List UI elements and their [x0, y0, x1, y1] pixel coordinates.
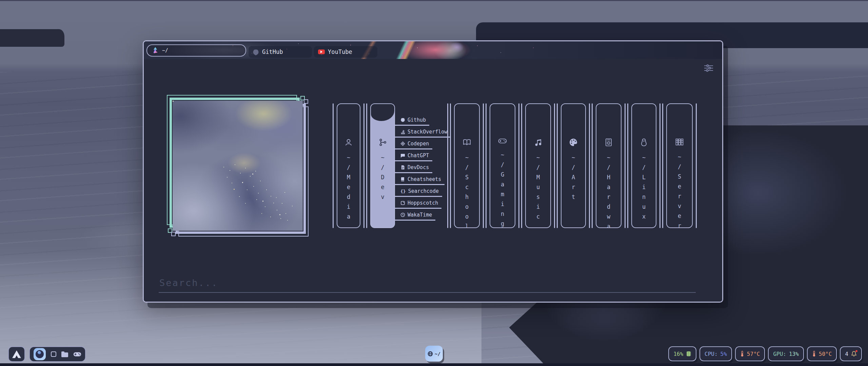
dock-item-window[interactable]	[51, 351, 56, 357]
screen-bottom-edge	[0, 363, 868, 366]
shelf-divider	[483, 103, 487, 228]
search-input[interactable]	[159, 278, 696, 293]
book-servers[interactable]: ~/Servers	[666, 103, 693, 228]
shelf-divider	[554, 103, 558, 228]
book-label: ~/Art	[570, 154, 577, 203]
link-codepen[interactable]: Codepen	[395, 141, 432, 149]
link-devdocs[interactable]: DevDocs	[395, 164, 432, 173]
memory-value: 16%	[673, 351, 683, 357]
tab-active-home[interactable]: ~/	[146, 44, 246, 57]
link-cheatsheets[interactable]: Cheatsheets	[395, 176, 445, 185]
screen-top-edge	[0, 0, 868, 1]
gpu-widget[interactable]: GPU: 13%	[768, 346, 804, 361]
book-music[interactable]: ~/Music	[525, 103, 551, 228]
link-label: Github	[408, 117, 426, 123]
gamepad-icon	[498, 138, 507, 145]
codepen-icon	[400, 141, 405, 146]
link-label: Cheatsheets	[408, 176, 441, 182]
launcher-button[interactable]	[8, 346, 25, 362]
dock-item-games[interactable]	[73, 352, 81, 357]
youtube-tab-label: YouTube	[328, 48, 352, 55]
book-label: ~/Hardware	[605, 154, 612, 228]
bell-icon	[851, 351, 857, 357]
gpu-temp-value: 50°C	[819, 351, 832, 357]
cloud-painting	[173, 101, 303, 231]
link-label: WakaTime	[408, 212, 432, 218]
dock	[29, 346, 86, 362]
dock-item-files[interactable]	[61, 352, 68, 357]
notifications-widget[interactable]: 4	[840, 346, 862, 361]
git-branch-icon	[378, 138, 387, 148]
music-note-icon	[534, 138, 542, 148]
featured-artwork	[173, 101, 303, 231]
box-icon	[400, 201, 405, 205]
link-searchcode[interactable]: {} Searchcode	[395, 188, 442, 197]
settings-sliders-icon[interactable]	[704, 64, 713, 73]
book-linux[interactable]: ~/Linux	[631, 103, 656, 228]
notification-dot	[855, 350, 857, 352]
book-art[interactable]: ~/Art	[561, 103, 586, 228]
shelf-divider	[625, 103, 628, 228]
media-person-icon	[344, 138, 353, 148]
cpu-widget[interactable]: CPU: 5%	[699, 346, 732, 361]
youtube-icon	[318, 49, 325, 54]
palette-icon	[569, 138, 578, 148]
thermometer-icon	[740, 351, 744, 357]
book-label: ~/School	[463, 154, 470, 228]
gamepad-icon	[73, 352, 81, 357]
book-label: ~/Music	[535, 154, 541, 223]
book-hardware[interactable]: ~/Hardware	[596, 103, 622, 228]
link-stackoverflow[interactable]: StackOverflow	[395, 129, 451, 138]
browser-window: ~/ GitHub YouTube	[143, 40, 723, 303]
server-racks-icon	[675, 138, 684, 147]
star-dots-large	[173, 101, 174, 102]
link-chatgpt[interactable]: ChatGPT	[395, 152, 432, 161]
book-label: ~/Gaming	[499, 151, 506, 228]
dev-links: Github StackOverflow	[395, 103, 444, 228]
tab-github[interactable]: GitHub	[249, 46, 312, 58]
active-app-label: ~/	[435, 351, 440, 357]
gpu-temp-widget[interactable]: 50°C	[807, 346, 837, 361]
cpu-label: CPU:	[705, 351, 718, 357]
gpu-label: GPU:	[773, 351, 786, 357]
dock-item-firefox[interactable]	[34, 348, 46, 360]
book-media[interactable]: ~/Media	[337, 103, 360, 228]
frame-corner-handle	[171, 232, 176, 236]
cpu-temp-widget[interactable]: 57°C	[735, 346, 765, 361]
shelf-divider	[447, 103, 451, 228]
ram-chip-icon	[686, 351, 691, 357]
penguin-icon	[639, 138, 648, 148]
book-dev-group: ~/Dev Github StackOv	[370, 103, 444, 228]
home-tab-logo-icon	[152, 47, 159, 54]
horizon-rock-left	[0, 29, 64, 47]
document-icon	[400, 165, 405, 170]
tab-bar: ~/ GitHub YouTube	[144, 41, 722, 59]
book-dev[interactable]: ~/Dev	[370, 103, 395, 228]
tab-youtube[interactable]: YouTube	[314, 46, 377, 58]
memory-widget[interactable]: 16%	[668, 346, 696, 361]
book-label: ~/Media	[345, 154, 352, 223]
link-label: Searchcode	[408, 188, 439, 194]
taskbar-active-app[interactable]: ~/	[425, 346, 443, 362]
shelf-divider	[589, 103, 593, 228]
link-github[interactable]: Github	[395, 117, 429, 126]
link-wakatime[interactable]: WakaTime	[395, 212, 435, 221]
cpu-value: 5%	[721, 351, 727, 357]
link-hoppscotch[interactable]: Hoppscotch	[395, 200, 441, 209]
shelf-divider	[659, 103, 663, 228]
link-label: StackOverflow	[408, 129, 447, 135]
home-tab-label: ~/	[162, 47, 168, 54]
globe-icon	[428, 351, 433, 357]
link-label: Hoppscotch	[408, 200, 438, 206]
github-tab-label: GitHub	[262, 48, 283, 55]
book-icon	[400, 177, 405, 182]
shelf-divider	[363, 103, 367, 228]
book-gaming[interactable]: ~/Gaming	[490, 103, 515, 228]
link-label: ChatGPT	[408, 152, 429, 159]
shelf-divider	[696, 103, 697, 228]
book-school[interactable]: ~/School	[454, 103, 480, 228]
gpu-value: 13%	[789, 351, 799, 357]
notification-count: 4	[845, 351, 848, 357]
chat-bubble-icon	[400, 153, 405, 158]
github-icon	[253, 49, 259, 55]
